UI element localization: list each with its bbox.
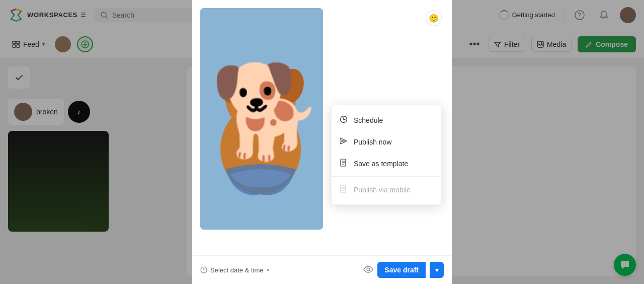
- dog-image: [200, 8, 323, 230]
- save-template-label: Save as template: [354, 160, 408, 168]
- svg-point-17: [261, 86, 291, 106]
- publish-mobile-icon: [340, 185, 348, 194]
- modal-image-area: 🙂 Schedule: [192, 0, 452, 255]
- footer-right: Save draft ▾: [363, 262, 444, 278]
- svg-point-13: [240, 101, 281, 131]
- save-draft-chevron-button[interactable]: ▾: [430, 262, 444, 278]
- modal-body: 🙂 Schedule: [192, 0, 452, 255]
- save-template-option[interactable]: Save as template: [332, 153, 441, 174]
- svg-point-24: [274, 66, 307, 107]
- compose-modal: 🙂 Schedule: [192, 0, 452, 284]
- svg-rect-20: [258, 95, 266, 98]
- publish-mobile-label: Publish via mobile: [354, 186, 411, 194]
- publish-now-option[interactable]: Publish now: [332, 131, 441, 153]
- chevron-down-icon: ▾: [435, 266, 439, 274]
- save-draft-label: Save draft: [384, 266, 419, 274]
- select-date-label: Select date & time: [210, 266, 264, 274]
- save-draft-button[interactable]: Save draft: [377, 262, 426, 278]
- eye-icon: [363, 266, 373, 273]
- dog-illustration: [200, 8, 323, 230]
- emoji-button[interactable]: 🙂: [426, 10, 442, 26]
- publish-dropdown-menu: Schedule Publish now: [331, 105, 442, 205]
- schedule-option[interactable]: Schedule: [332, 109, 441, 131]
- schedule-icon: [340, 115, 348, 125]
- publish-mobile-option: Publish via mobile: [332, 179, 441, 200]
- modal-footer: Select date & time ▾ Save draft ▾: [192, 255, 452, 284]
- clock-icon: [200, 266, 207, 273]
- publish-now-icon: [340, 137, 348, 147]
- dropdown-divider: [332, 176, 441, 177]
- svg-point-16: [233, 89, 258, 103]
- svg-point-29: [367, 268, 370, 271]
- svg-point-12: [225, 66, 296, 131]
- date-chevron-icon: ▾: [267, 267, 269, 273]
- schedule-label: Schedule: [354, 116, 383, 124]
- emoji-icon: 🙂: [429, 14, 439, 23]
- select-date-button[interactable]: Select date & time ▾: [200, 266, 269, 274]
- svg-point-18: [264, 89, 288, 103]
- svg-line-21: [225, 95, 230, 96]
- svg-rect-10: [200, 8, 323, 230]
- visibility-button[interactable]: [363, 265, 373, 275]
- svg-point-15: [230, 86, 261, 106]
- svg-point-14: [251, 103, 271, 115]
- svg-point-23: [214, 66, 247, 107]
- svg-line-22: [291, 95, 298, 96]
- save-template-icon: [340, 159, 348, 168]
- publish-now-label: Publish now: [354, 138, 392, 146]
